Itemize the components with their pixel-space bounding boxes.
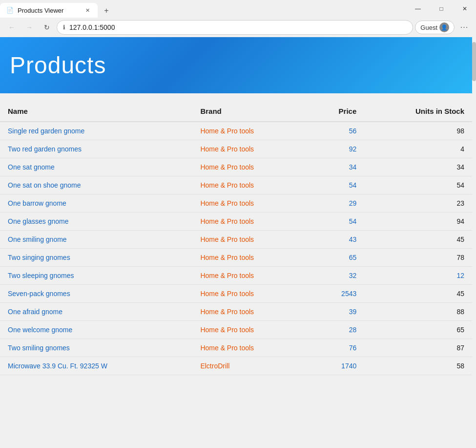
minimize-button[interactable]: — — [407, 1, 429, 17]
table-row: One barrow gnomeHome & Pro tools2923 — [0, 194, 472, 213]
product-name[interactable]: One sat on shoe gnome — [0, 176, 192, 194]
more-options-button[interactable]: ··· — [456, 20, 472, 35]
product-price: 34 — [308, 158, 364, 176]
scrollbar[interactable] — [472, 37, 476, 448]
table-row: Single red garden gnomeHome & Pro tools5… — [0, 122, 472, 140]
product-price: 92 — [308, 140, 364, 158]
restore-button[interactable]: □ — [430, 1, 453, 17]
table-row: Microwave 33.9 Cu. Ft. 92325 WElctroDril… — [0, 357, 472, 375]
product-brand: Home & Pro tools — [192, 285, 308, 303]
product-name[interactable]: Microwave 33.9 Cu. Ft. 92325 W — [0, 357, 192, 375]
product-stock: 87 — [364, 339, 472, 357]
product-name[interactable]: One glasses gnome — [0, 213, 192, 231]
product-name[interactable]: One sat gnome — [0, 158, 192, 176]
table-row: One afraid gnomeHome & Pro tools3988 — [0, 303, 472, 321]
product-name[interactable]: Two sleeping gnomes — [0, 267, 192, 285]
tab-page-icon: 📄 — [6, 6, 14, 14]
product-brand: Home & Pro tools — [192, 122, 308, 140]
close-button[interactable]: ✕ — [454, 1, 476, 17]
tab-label: Products Viewer — [18, 7, 79, 14]
address-bar-row: ← → ↻ ℹ 127.0.0.1:5000 Guest 👤 ··· — [0, 18, 476, 37]
product-price: 65 — [308, 249, 364, 267]
product-brand: ElctroDrill — [192, 357, 308, 375]
product-brand: Home & Pro tools — [192, 176, 308, 194]
product-brand: Home & Pro tools — [192, 140, 308, 158]
refresh-button[interactable]: ↻ — [39, 20, 55, 35]
guest-label: Guest — [420, 24, 437, 31]
product-name[interactable]: One smiling gnome — [0, 231, 192, 249]
forward-button[interactable]: → — [21, 20, 37, 35]
back-button[interactable]: ← — [4, 20, 20, 35]
table-row: Seven-pack gnomesHome & Pro tools254345 — [0, 285, 472, 303]
product-price: 28 — [308, 321, 364, 339]
product-stock: 45 — [364, 231, 472, 249]
products-table: Name Brand Price Units in Stock Single r… — [0, 103, 472, 375]
product-name[interactable]: One afraid gnome — [0, 303, 192, 321]
address-info-icon: ℹ — [63, 24, 65, 31]
product-stock: 94 — [364, 213, 472, 231]
product-brand: Home & Pro tools — [192, 194, 308, 213]
product-brand: Home & Pro tools — [192, 339, 308, 357]
product-stock: 98 — [364, 122, 472, 140]
product-name[interactable]: Two red garden gnomes — [0, 140, 192, 158]
table-row: Two sleeping gnomesHome & Pro tools3212 — [0, 267, 472, 285]
product-stock: 54 — [364, 176, 472, 194]
product-price: 2543 — [308, 285, 364, 303]
table-row: One glasses gnomeHome & Pro tools5494 — [0, 213, 472, 231]
product-name[interactable]: One barrow gnome — [0, 194, 192, 213]
page-header: Products — [0, 37, 472, 93]
tab-close-button[interactable]: ✕ — [83, 6, 92, 15]
product-stock: 23 — [364, 194, 472, 213]
product-price: 76 — [308, 339, 364, 357]
address-text: 127.0.0.1:5000 — [69, 23, 407, 31]
product-price: 54 — [308, 213, 364, 231]
table-row: Two red garden gnomesHome & Pro tools924 — [0, 140, 472, 158]
title-bar: 📄 Products Viewer ✕ + — □ ✕ — [0, 0, 476, 18]
table-row: Two smiling gnomesHome & Pro tools7687 — [0, 339, 472, 357]
table-row: One sat on shoe gnomeHome & Pro tools545… — [0, 176, 472, 194]
active-tab[interactable]: 📄 Products Viewer ✕ — [0, 3, 98, 18]
product-name[interactable]: Two smiling gnomes — [0, 339, 192, 357]
product-price: 43 — [308, 231, 364, 249]
product-stock: 88 — [364, 303, 472, 321]
page-area: Products Name Brand Price Units in Stock… — [0, 37, 476, 448]
guest-profile-button[interactable]: Guest 👤 — [415, 21, 455, 34]
product-name[interactable]: Two singing gnomes — [0, 249, 192, 267]
product-brand: Home & Pro tools — [192, 231, 308, 249]
product-stock: 58 — [364, 357, 472, 375]
col-header-price: Price — [308, 103, 364, 122]
browser-actions: Guest 👤 ··· — [415, 20, 472, 35]
product-price: 56 — [308, 122, 364, 140]
tab-strip: 📄 Products Viewer ✕ + — [0, 0, 407, 18]
product-stock: 65 — [364, 321, 472, 339]
product-brand: Home & Pro tools — [192, 321, 308, 339]
product-stock: 12 — [364, 267, 472, 285]
table-row: One sat gnomeHome & Pro tools3434 — [0, 158, 472, 176]
table-row: One welcome gnomeHome & Pro tools2865 — [0, 321, 472, 339]
product-brand: Home & Pro tools — [192, 267, 308, 285]
browser-window: 📄 Products Viewer ✕ + — □ ✕ ← → ↻ ℹ 127.… — [0, 0, 476, 448]
page-title: Products — [10, 52, 106, 79]
col-header-stock: Units in Stock — [364, 103, 472, 122]
product-name[interactable]: Seven-pack gnomes — [0, 285, 192, 303]
product-price: 1740 — [308, 357, 364, 375]
product-name[interactable]: Single red garden gnome — [0, 122, 192, 140]
product-brand: Home & Pro tools — [192, 213, 308, 231]
product-brand: Home & Pro tools — [192, 158, 308, 176]
table-header-row: Name Brand Price Units in Stock — [0, 103, 472, 122]
product-name[interactable]: One welcome gnome — [0, 321, 192, 339]
address-bar[interactable]: ℹ 127.0.0.1:5000 — [57, 20, 413, 35]
scrollbar-thumb[interactable] — [472, 42, 476, 81]
window-controls: — □ ✕ — [407, 1, 476, 17]
col-header-name: Name — [0, 103, 192, 122]
product-stock: 34 — [364, 158, 472, 176]
product-stock: 4 — [364, 140, 472, 158]
guest-avatar: 👤 — [439, 22, 449, 32]
table-row: One smiling gnomeHome & Pro tools4345 — [0, 231, 472, 249]
product-price: 39 — [308, 303, 364, 321]
product-brand: Home & Pro tools — [192, 249, 308, 267]
col-header-brand: Brand — [192, 103, 308, 122]
product-price: 29 — [308, 194, 364, 213]
product-brand: Home & Pro tools — [192, 303, 308, 321]
new-tab-button[interactable]: + — [100, 4, 113, 18]
